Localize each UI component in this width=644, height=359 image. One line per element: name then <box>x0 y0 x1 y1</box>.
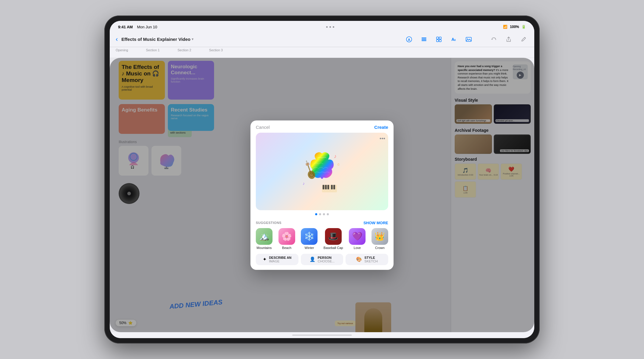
dialog-image-area: ••• <box>256 133 388 210</box>
winter-label: Winter <box>305 246 314 250</box>
grid-view-button[interactable] <box>434 35 444 44</box>
dialog-dots <box>250 213 394 215</box>
suggestion-baseball-cap[interactable]: 🎩 Baseball Cap <box>323 228 343 250</box>
tab-section3[interactable]: Section 3 <box>209 48 223 58</box>
svg-rect-11 <box>466 37 471 41</box>
add-media-button[interactable] <box>464 35 473 44</box>
battery-text: 100% <box>510 25 519 29</box>
section-tabs: Opening Section 1 Section 2 Section 3 <box>110 47 534 58</box>
style-icon: 🎨 <box>356 256 362 262</box>
crown-icon: 👑 <box>371 228 388 245</box>
toolbar: ‹ Effects of Music Explainer Video ▾ A <box>110 32 534 47</box>
dialog-footer: ✦ DESCRIBE ANIMAGE 👤 PERSONCHOOSE... <box>250 251 394 270</box>
document-title: Effects of Music Explainer Video ▾ <box>121 37 193 42</box>
svg-text:♫: ♫ <box>337 162 340 166</box>
ipad-frame: 9:41 AM Mon Jun 10 📶 100% 🔋 ‹ Effects of… <box>104 16 540 343</box>
svg-text:A: A <box>408 38 410 41</box>
suggestions-section: SUGGESTIONS SHOW MORE 🏔️ Mountains � <box>250 218 394 251</box>
status-dot-3 <box>333 26 334 28</box>
suggestion-winter[interactable]: ❄️ Winter <box>301 228 318 250</box>
person-icon: 👤 <box>309 256 315 262</box>
toolbar-icons: A <box>404 35 473 44</box>
format-button[interactable]: A <box>404 35 414 44</box>
main-content: The Effects of ♪ Music on 🎧 Memory A cog… <box>110 58 534 332</box>
svg-rect-26 <box>325 185 327 189</box>
scroll-indicator[interactable] <box>292 335 352 336</box>
battery-icon: 🔋 <box>521 25 526 29</box>
suggestions-row: 🏔️ Mountains 🌸 Beach ❄️ Wint <box>256 228 388 250</box>
brain-music-illustration: ♪ ♫ ♪ <box>292 142 352 201</box>
share-button[interactable] <box>504 35 513 44</box>
scroll-bar-area <box>110 332 534 338</box>
describe-label: DESCRIBE ANIMAGE <box>269 256 291 263</box>
dot-1 <box>315 213 317 215</box>
beach-label: Beach <box>282 246 291 250</box>
tab-section2[interactable]: Section 2 <box>177 48 191 58</box>
baseball-cap-icon: 🎩 <box>325 228 342 245</box>
svg-rect-28 <box>331 185 333 189</box>
suggestion-mountains[interactable]: 🏔️ Mountains <box>256 228 273 250</box>
status-date: Mon Jun 10 <box>137 25 157 29</box>
svg-text:♪: ♪ <box>334 153 337 159</box>
status-dot-1 <box>326 26 328 28</box>
dot-2 <box>319 213 321 215</box>
love-label: Love <box>354 246 361 250</box>
mountains-icon: 🏔️ <box>256 228 273 245</box>
svg-rect-25 <box>323 185 324 189</box>
crown-label: Crown <box>375 246 385 250</box>
title-chevron-icon[interactable]: ▾ <box>192 37 193 41</box>
svg-rect-4 <box>422 40 426 41</box>
svg-rect-3 <box>422 39 426 40</box>
style-button[interactable]: 🎨 STYLESKETCH <box>346 254 388 265</box>
suggestions-label: SUGGESTIONS <box>256 221 281 225</box>
create-button[interactable]: Create <box>374 125 388 130</box>
baseball-cap-label: Baseball Cap <box>323 246 343 250</box>
svg-rect-2 <box>422 38 426 38</box>
describe-icon: ✦ <box>263 256 267 262</box>
mountains-label: Mountains <box>257 246 272 250</box>
tab-section1[interactable]: Section 1 <box>146 48 160 58</box>
svg-rect-5 <box>436 37 439 39</box>
suggestion-beach[interactable]: 🌸 Beach <box>278 228 295 250</box>
dialog-overlay: Cancel Create ••• <box>110 58 534 332</box>
back-button[interactable]: ‹ <box>116 35 118 43</box>
status-center <box>326 26 334 28</box>
more-options-button[interactable]: ••• <box>380 136 385 142</box>
image-generation-dialog: Cancel Create ••• <box>250 120 394 270</box>
svg-rect-8 <box>439 40 441 42</box>
svg-text:a: a <box>454 38 456 41</box>
dot-3 <box>323 213 325 215</box>
svg-rect-20 <box>306 162 310 166</box>
wifi-icon: 📶 <box>503 25 507 29</box>
beach-icon: 🌸 <box>278 228 295 245</box>
show-more-button[interactable]: SHOW MORE <box>363 221 388 225</box>
status-bar: 9:41 AM Mon Jun 10 📶 100% 🔋 <box>110 21 534 32</box>
style-label: STYLESKETCH <box>364 256 378 263</box>
svg-rect-7 <box>436 40 439 42</box>
undo-button[interactable] <box>489 35 499 44</box>
person-label: PERSONCHOOSE... <box>318 256 335 263</box>
cancel-button[interactable]: Cancel <box>256 125 270 130</box>
svg-text:♪: ♪ <box>303 181 305 186</box>
dot-4 <box>327 213 329 215</box>
svg-rect-29 <box>333 185 335 189</box>
svg-rect-6 <box>439 37 441 39</box>
status-time: 9:41 AM <box>118 25 133 29</box>
text-format-button[interactable]: A a <box>449 35 459 44</box>
winter-icon: ❄️ <box>301 228 318 245</box>
toolbar-right-icons <box>489 35 528 44</box>
status-right: 📶 100% 🔋 <box>503 25 526 29</box>
svg-rect-27 <box>327 185 329 189</box>
suggestion-love[interactable]: 💜 Love <box>349 228 366 250</box>
suggestion-crown[interactable]: 👑 Crown <box>371 228 388 250</box>
ipad-screen: 9:41 AM Mon Jun 10 📶 100% 🔋 ‹ Effects of… <box>110 21 534 338</box>
person-button[interactable]: 👤 PERSONCHOOSE... <box>301 254 343 265</box>
tab-opening[interactable]: Opening <box>116 48 128 58</box>
dialog-header: Cancel Create <box>250 120 394 133</box>
list-view-button[interactable] <box>419 35 429 44</box>
describe-image-button[interactable]: ✦ DESCRIBE ANIMAGE <box>256 254 298 265</box>
suggestions-header: SUGGESTIONS SHOW MORE <box>256 221 388 225</box>
love-icon: 💜 <box>349 228 366 245</box>
status-dot-2 <box>329 26 331 28</box>
edit-button[interactable] <box>519 35 528 44</box>
